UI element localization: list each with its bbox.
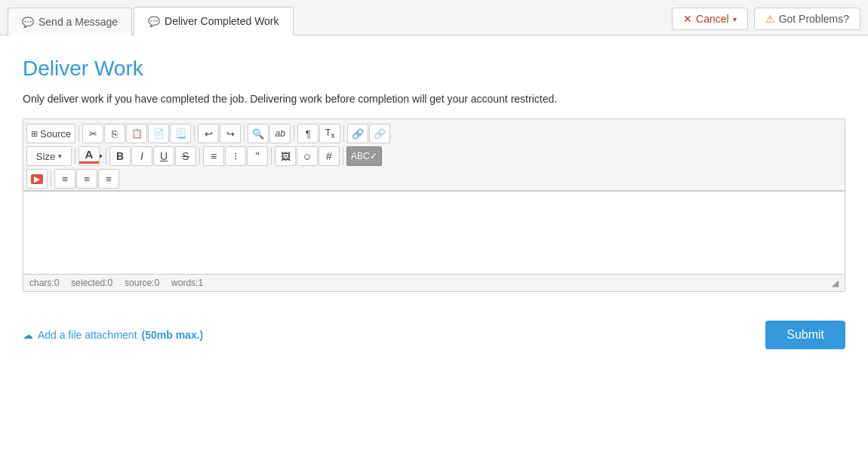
warning-text: Only deliver work if you have completed … [23,93,845,105]
copy-button[interactable]: ⎘ [104,124,125,143]
size-dropdown[interactable]: Size ▾ [26,146,72,166]
youtube-icon: ▶ [31,174,43,184]
image-button[interactable]: 🖼 [275,146,296,166]
toolbar-divider-9 [271,148,272,164]
align-right-icon: ≡ [106,174,112,185]
toolbar-row-3: ▶ ≡ ≡ ≡ [26,167,842,190]
paste-word-button[interactable]: 📃 [170,124,191,143]
deliver-icon: 💬 [148,16,160,27]
message-icon: 💬 [22,17,34,28]
status-items: chars:0 selected:0 source:0 words:1 [29,278,203,288]
submit-label: Submit [786,328,824,341]
selected-count: selected:0 [71,278,112,288]
align-left-button[interactable]: ≡ [54,169,75,189]
words-count: words:1 [171,278,203,288]
toolbar-divider-10 [343,148,343,164]
color-bar [79,161,99,164]
remove-format-icon: Tx [325,127,334,140]
font-color-button[interactable]: A [78,146,100,166]
toolbar-divider-6 [75,148,75,164]
attach-cloud-icon: ☁ [23,329,33,341]
format-icon: ¶ [306,128,311,140]
attach-label: Add a file attachment [38,329,137,341]
redo-icon: ↪ [226,128,235,140]
strikethrough-button[interactable]: S [175,146,196,166]
toolbar-divider-2 [194,125,195,142]
spellcheck-button[interactable]: ABC✓ [346,146,382,166]
align-center-button[interactable]: ≡ [76,169,97,189]
paste-text-icon: 📄 [153,128,165,139]
emoji-button[interactable]: ☺ [297,146,318,166]
blockquote-button[interactable]: " [247,146,268,166]
replace-button[interactable]: ab [269,124,291,143]
emoji-icon: ☺ [302,151,312,162]
tab-send-message-label: Send a Message [38,16,118,28]
bold-icon: B [116,150,124,162]
unordered-list-button[interactable]: ⁝ [225,146,246,166]
cancel-label: Cancel [696,13,729,25]
toolbar-divider-7 [106,148,106,164]
undo-button[interactable]: ↩ [198,124,219,143]
source-count: source:0 [125,278,159,288]
size-label: Size [36,151,55,162]
footer-bar: ☁ Add a file attachment (50mb max.) Subm… [0,307,868,363]
editor-status-bar: chars:0 selected:0 source:0 words:1 ◢ [23,274,845,291]
cut-icon: ✂ [89,128,97,140]
find-icon: 🔍 [252,128,264,140]
warning-icon: ⚠ [765,13,775,25]
editor-container: ⊞ Source ✂ ⎘ 📋 📄 [23,118,845,292]
chars-count: chars:0 [29,278,59,288]
page-title: Deliver Work [23,57,845,81]
underline-button[interactable]: U [153,146,174,166]
remove-format-button[interactable]: Tx [319,124,340,143]
tab-deliver-work-label: Deliver Completed Work [165,15,279,27]
link-icon: 🔗 [352,128,364,140]
source-button[interactable]: ⊞ Source [26,124,75,143]
cut-button[interactable]: ✂ [82,124,103,143]
anchor-button[interactable]: # [319,146,340,166]
toolbar-divider-5 [343,125,344,142]
editor-body[interactable] [23,191,845,274]
unlink-icon: 🔗 [374,128,386,140]
youtube-button[interactable]: ▶ [26,169,48,189]
font-color-icon: A [85,149,94,160]
replace-icon: ab [275,128,285,139]
blockquote-icon: " [256,150,260,162]
ordered-list-button[interactable]: ≡ [203,146,224,166]
redo-button[interactable]: ↪ [220,124,241,143]
size-caret: ▾ [58,152,62,160]
toolbar-row-2: Size ▾ A ▾ B I [26,145,842,167]
format-button[interactable]: ¶ [297,124,319,143]
undo-icon: ↩ [205,128,213,140]
toolbar-row-1: ⊞ Source ✂ ⎘ 📋 📄 [26,122,842,145]
toolbar-divider-4 [294,125,294,142]
italic-button[interactable]: I [131,146,152,166]
link-button[interactable]: 🔗 [347,124,368,143]
tab-deliver-work[interactable]: 💬 Deliver Completed Work [134,7,293,35]
tab-send-message[interactable]: 💬 Send a Message [8,8,132,35]
unlink-button[interactable]: 🔗 [369,124,390,143]
problems-label: Got Problems? [779,13,849,25]
paste-text-button[interactable]: 📄 [148,124,169,143]
unordered-list-icon: ⁝ [234,150,237,162]
find-button[interactable]: 🔍 [248,124,269,143]
align-left-icon: ≡ [62,174,68,185]
source-label: Source [40,128,71,140]
paste-button[interactable]: 📋 [126,124,147,143]
resize-handle[interactable]: ◢ [832,278,839,288]
bold-button[interactable]: B [109,146,131,166]
submit-button[interactable]: Submit [765,321,845,349]
toolbar-divider-11 [51,170,51,187]
attach-file-link[interactable]: ☁ Add a file attachment (50mb max.) [23,329,203,341]
cancel-button[interactable]: ✕ Cancel ▾ [672,8,748,30]
toolbar-divider-8 [199,148,200,164]
attach-size: (50mb max.) [142,329,204,341]
underline-icon: U [160,150,168,162]
copy-icon: ⎘ [112,128,118,140]
strikethrough-icon: S [182,150,189,162]
toolbar-divider-3 [244,125,245,142]
got-problems-button[interactable]: ⚠ Got Problems? [754,8,860,30]
align-right-button[interactable]: ≡ [98,169,119,189]
editor-toolbar: ⊞ Source ✂ ⎘ 📋 📄 [23,119,845,191]
spellcheck-icon: ABC✓ [351,151,377,161]
